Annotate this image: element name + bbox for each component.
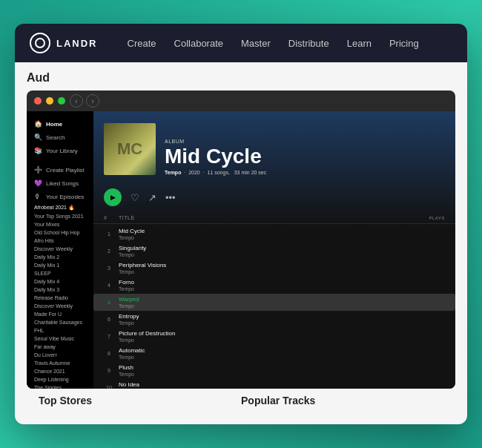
sidebar-home[interactable]: 🏠 Home — [27, 117, 93, 131]
track-row[interactable]: 6 Entropy Tempo — [93, 311, 455, 328]
sidebar-search[interactable]: 🔍 Search — [27, 131, 93, 144]
track-number: 9 — [104, 368, 114, 373]
popular-tracks-section: Popular Tracks — [241, 395, 443, 409]
playlist-item[interactable]: Discover Weekly — [27, 245, 93, 253]
playlist-item[interactable]: Seoul Vibe Music — [27, 335, 93, 343]
playlist-item[interactable]: Daily Mix 3 — [27, 286, 93, 294]
spotify-main: MC ALBUM Mid Cycle Tempo · 2020 — [93, 111, 455, 389]
track-artist: Tempo — [119, 372, 445, 377]
playlist-item[interactable]: Charitable Sausages — [27, 318, 93, 326]
sidebar-create-playlist[interactable]: ➕ Create Playlist — [27, 163, 93, 177]
playlist-item[interactable]: Chance 2021 — [27, 367, 93, 375]
track-number-playing: ♫ — [104, 299, 114, 306]
browser-window: LANDR Create Collaborate Master Distribu… — [15, 24, 467, 424]
track-artist: Tempo — [119, 303, 445, 309]
track-row[interactable]: 3 Peripheral Visions Tempo — [93, 260, 455, 277]
track-info: Plush Tempo — [119, 364, 445, 377]
sidebar-search-label: Search — [46, 134, 65, 141]
svg-text:MC: MC — [117, 139, 142, 158]
browser-nav-arrows: ‹ › — [70, 94, 99, 108]
playlist-item[interactable]: Far away — [27, 343, 93, 351]
heart-control-icon[interactable]: ♡ — [131, 192, 139, 203]
album-artwork: MC — [104, 123, 156, 175]
th-title: TITLE — [119, 215, 408, 220]
search-icon: 🔍 — [34, 134, 42, 141]
album-duration: 33 min 20 sec — [234, 170, 267, 175]
track-row[interactable]: 1 Mid Cycle Tempo — [93, 225, 455, 243]
track-info: No Idea Tempo — [119, 381, 445, 389]
playlist-item[interactable]: Afro Hits — [27, 237, 93, 245]
playlist-item[interactable]: Your Mixes — [27, 220, 93, 228]
album-art: MC — [104, 123, 156, 175]
album-header: MC ALBUM Mid Cycle Tempo · 2020 — [93, 111, 455, 182]
window-bar: ‹ › — [27, 90, 455, 111]
track-artist: Tempo — [119, 337, 445, 343]
episodes-icon: 🎙 — [34, 193, 42, 200]
track-row[interactable]: 8 Automatic Tempo — [93, 345, 455, 362]
track-name: Plush — [119, 364, 445, 371]
album-artist[interactable]: Tempo — [165, 170, 181, 175]
share-icon[interactable]: ↗ — [148, 192, 156, 203]
track-info: Mid Cycle Tempo — [119, 228, 445, 240]
playlist-item[interactable]: Your Top Songs 2021 — [27, 212, 93, 220]
track-name: Singularity — [119, 245, 445, 251]
playlist-item[interactable]: Made For U — [27, 310, 93, 318]
playlist-item[interactable]: SLEEP — [27, 269, 93, 277]
track-row[interactable]: 9 Plush Tempo — [93, 362, 455, 379]
track-info: Singularity Tempo — [119, 245, 445, 257]
spotify-inner: 🏠 Home 🔍 Search 📚 Your Library ➕ C — [27, 111, 455, 389]
nav-create[interactable]: Create — [128, 38, 156, 49]
track-row[interactable]: 2 Singularity Tempo — [93, 243, 455, 260]
nav-pricing[interactable]: Pricing — [389, 38, 419, 49]
playlist-item[interactable]: Daily Mix 1 — [27, 261, 93, 269]
playlist-item[interactable]: Afrobeat 2021 🔥 — [27, 203, 93, 212]
playlist-item[interactable]: Release Radio — [27, 294, 93, 302]
track-name: Automatic — [119, 347, 445, 354]
sidebar-library[interactable]: 📚 Your Library — [27, 144, 93, 157]
track-row-active[interactable]: ♫ Warped Tempo — [93, 294, 455, 311]
nav-bar: LANDR Create Collaborate Master Distribu… — [15, 24, 467, 62]
tracklist-header: # TITLE PLAYS — [93, 212, 455, 224]
nav-master[interactable]: Master — [241, 38, 271, 49]
playlist-item[interactable]: Travis Autumne — [27, 359, 93, 367]
track-row[interactable]: 10 No Idea Tempo — [93, 379, 455, 389]
sidebar-your-episodes[interactable]: 🎙 Your Episodes — [27, 190, 93, 203]
play-button[interactable] — [104, 188, 122, 206]
top-stores-title: Top Stores — [39, 395, 241, 406]
track-artist: Tempo — [119, 320, 445, 326]
more-options-icon[interactable]: ••• — [165, 192, 176, 203]
track-info: Peripheral Visions Tempo — [119, 262, 445, 274]
playlist-item[interactable]: FHL — [27, 326, 93, 335]
playlist-item[interactable]: Discover Weekly — [27, 302, 93, 310]
forward-arrow[interactable]: › — [86, 94, 99, 108]
spotify-sidebar: 🏠 Home 🔍 Search 📚 Your Library ➕ C — [27, 111, 93, 389]
track-info: Warped Tempo — [119, 296, 445, 309]
sidebar-section-divider — [27, 157, 93, 163]
nav-distribute[interactable]: Distribute — [288, 38, 329, 49]
playlist-item[interactable]: Daily Mix 4 — [27, 277, 93, 286]
track-row[interactable]: 4 Forno Tempo — [93, 277, 455, 294]
playlist-item[interactable]: Du Loverr — [27, 351, 93, 359]
nav-collaborate[interactable]: Collaborate — [174, 38, 224, 49]
album-info: ALBUM Mid Cycle Tempo · 2020 · 11 songs,… — [165, 139, 445, 175]
track-number: 7 — [104, 334, 114, 339]
playlist-item[interactable]: Daily Mix 2 — [27, 253, 93, 261]
track-row[interactable]: 7 Picture of Destruction Tempo — [93, 328, 455, 345]
sidebar-liked-songs[interactable]: 💜 Liked Songs — [27, 177, 93, 190]
track-name: Picture of Destruction — [119, 330, 445, 337]
landr-logo[interactable]: LANDR — [30, 33, 98, 53]
bottom-sections: Top Stores Popular Tracks — [27, 389, 455, 415]
window-close-dot[interactable] — [34, 97, 42, 105]
playlist-item[interactable]: Deep Listening — [27, 375, 93, 383]
library-icon: 📚 — [34, 147, 42, 154]
nav-links: Create Collaborate Master Distribute Lea… — [128, 38, 419, 49]
sidebar-library-label: Your Library — [46, 148, 78, 154]
window-maximize-dot[interactable] — [58, 97, 65, 105]
back-arrow[interactable]: ‹ — [70, 94, 83, 108]
playlist-item[interactable]: The Singles — [27, 383, 93, 389]
track-info: Automatic Tempo — [119, 347, 445, 360]
playlist-item[interactable]: Old School Hip Hop — [27, 228, 93, 237]
nav-learn[interactable]: Learn — [347, 38, 372, 49]
add-playlist-icon: ➕ — [34, 166, 42, 174]
window-minimize-dot[interactable] — [46, 97, 53, 105]
